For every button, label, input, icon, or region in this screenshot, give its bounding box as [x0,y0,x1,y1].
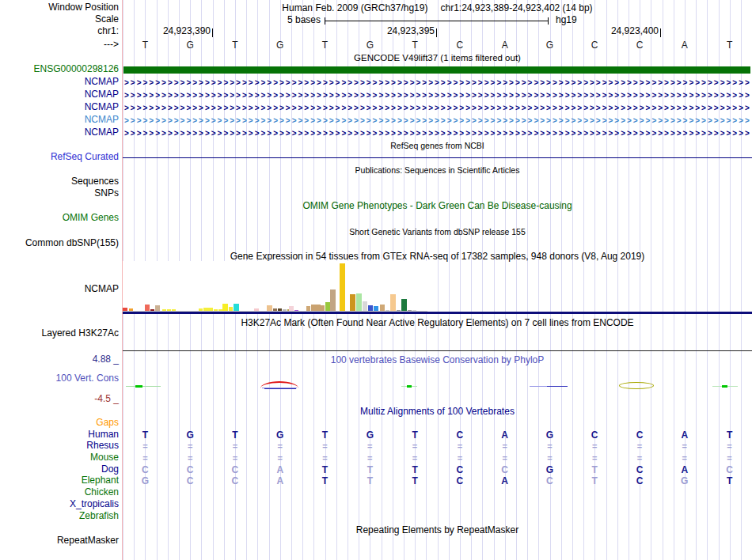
base-cell: A [257,464,302,475]
base-cell: C [437,429,482,441]
gtex-gene-label[interactable]: NCMAP [0,284,119,294]
base-cell: T [123,40,168,51]
base-cell: = [482,441,527,452]
base-cell: = [302,441,348,452]
base-cell: = [662,452,707,464]
base-cell: = [572,441,617,452]
gencode-gene-bar[interactable] [123,66,750,74]
species-label-rhesus[interactable]: Rhesus [0,441,119,451]
base-cell: = [302,452,348,464]
base-cell: = [527,452,572,464]
base-cell: G [168,40,213,51]
base-cell: T [572,464,617,475]
omim-track-title: OMIM Gene Phenotypes - Dark Green Can Be… [123,200,752,211]
gtex-expression-bar [340,263,345,312]
repeatmasker-label[interactable]: RepeatMasker [0,535,119,546]
transcript-label[interactable]: NCMAP [0,102,119,112]
gtex-expression-bar [356,293,362,312]
species-label-xtropicalis[interactable]: X_tropicalis [0,499,119,509]
h3k27ac-track-border [123,350,752,351]
base-cell: T [123,429,168,441]
base-cell: T [302,429,348,441]
base-cell: = [437,452,482,464]
scale-bases-text: 5 bases [0,15,321,25]
coordinate-tick [660,28,661,37]
base-cell: A [662,464,707,475]
base-cell: C [617,475,663,486]
transcript-intron-arrows[interactable]: >>>>>>>>>>>>>>>>>>>>>>>>>>>>>>>>>>>>>>>>… [124,78,750,87]
transcript-label[interactable]: NCMAP [0,89,119,100]
omim-genes-label[interactable]: OMIM Genes [0,213,119,223]
transcript-label[interactable]: NCMAP [0,115,119,125]
conservation-mark-line [547,386,568,387]
alignment-row-rhesus: ============== [123,441,752,452]
base-cell: C [617,429,663,441]
base-cell: C [707,464,752,475]
conservation-marks[interactable] [123,379,752,393]
genome-browser-image: Window Position Scale chr1: ---> Human F… [0,0,752,560]
species-label-mouse[interactable]: Mouse [0,452,119,463]
base-cell: T [707,475,752,486]
base-cell: C [437,475,482,486]
base-cell: G [527,40,572,51]
scale-ruler-right-tick [548,17,549,25]
sequences-label[interactable]: Sequences [0,176,119,187]
base-cell: C [213,475,258,486]
conservation-mark-line [264,388,296,389]
refseq-curated-line[interactable] [123,157,752,158]
transcript-label[interactable]: NCMAP [0,127,119,138]
base-cell: = [707,452,752,464]
scale-ruler-left-tick [325,17,325,25]
species-label-human[interactable]: Human [0,429,119,440]
base-cell: T [348,475,393,486]
base-cell: = [348,452,393,464]
gtex-baseline [123,312,752,314]
conservation-track-label[interactable]: 100 Vert. Cons [0,373,119,384]
conservation-max-label: 4.88 _ [0,354,119,365]
base-cell: = [168,452,213,464]
base-cell: C [168,464,213,475]
species-label-chicken[interactable]: Chicken [0,487,119,498]
common-dbsnp-label[interactable]: Common dbSNP(155) [0,238,119,248]
species-label-gaps[interactable]: Gaps [0,418,119,428]
dbsnp-track-title: Short Genetic Variants from dbSNP releas… [123,227,752,237]
base-cell: G [527,429,572,441]
gtex-bars[interactable] [123,263,752,312]
base-cell: G [123,475,168,486]
coordinate-label: 24,923,400 [0,26,659,36]
base-cell: T [572,475,617,486]
base-cell: T [393,429,438,441]
base-cell: = [662,441,707,452]
base-cell: = [617,441,663,452]
assembly-name: Human Feb. 2009 (GRCh37/hg19) [282,2,427,13]
species-label-zebrafish[interactable]: Zebrafish [0,511,119,521]
gtex-expression-bar [401,299,407,312]
base-cell: T [213,40,258,51]
base-cell: A [482,40,527,51]
species-label-elephant[interactable]: Elephant [0,475,119,486]
alignment-row-mouse: ============== [123,452,752,464]
assembly-short-label: hg19 [556,15,577,25]
conservation-track-title: 100 vertebrates Basewise Conservation by… [123,354,752,365]
transcript-intron-arrows[interactable]: >>>>>>>>>>>>>>>>>>>>>>>>>>>>>>>>>>>>>>>>… [124,129,750,138]
base-cell: = [437,441,482,452]
scale-ruler-line [325,21,549,21]
snps-label[interactable]: SNPs [0,188,119,199]
base-cell: = [348,441,393,452]
transcript-label[interactable]: NCMAP [0,77,119,87]
transcript-intron-arrows[interactable]: >>>>>>>>>>>>>>>>>>>>>>>>>>>>>>>>>>>>>>>>… [124,104,750,112]
transcript-intron-arrows[interactable]: >>>>>>>>>>>>>>>>>>>>>>>>>>>>>>>>>>>>>>>>… [124,116,750,125]
base-cell: A [662,40,707,51]
transcript-intron-arrows[interactable]: >>>>>>>>>>>>>>>>>>>>>>>>>>>>>>>>>>>>>>>>… [124,91,750,100]
base-cell: = [527,441,572,452]
gencode-gene-id-label[interactable]: ENSG00000298126 [0,64,119,74]
base-cell: C [572,40,617,51]
base-cell: = [123,441,168,452]
base-cell: G [168,429,213,441]
layered-h3k27ac-label[interactable]: Layered H3K27Ac [0,328,119,339]
base-cell: = [393,441,438,452]
base-cell: = [393,452,438,464]
base-cell: = [168,441,213,452]
refseq-curated-label[interactable]: RefSeq Curated [0,152,119,162]
species-label-dog[interactable]: Dog [0,464,119,475]
